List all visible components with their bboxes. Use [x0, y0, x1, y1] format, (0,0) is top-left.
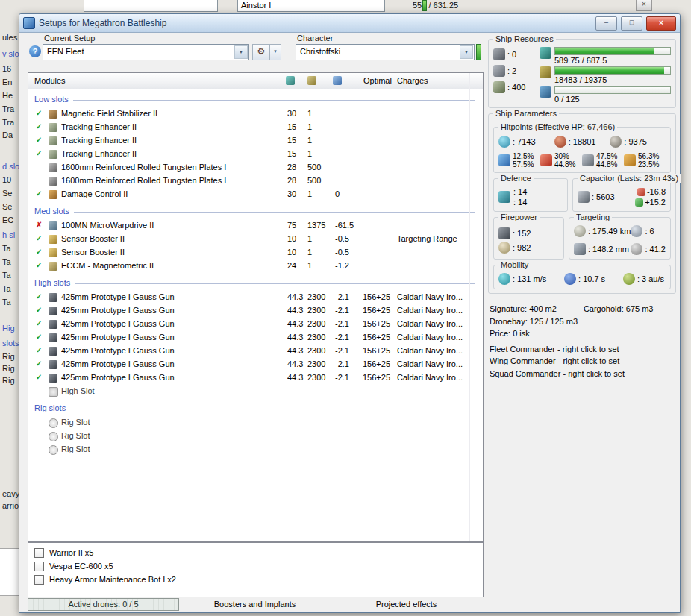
- hull-hp: : 9375: [624, 137, 647, 146]
- mobility-label: Mobility: [498, 260, 531, 269]
- rig-slot-icon: [49, 445, 58, 455]
- help-icon[interactable]: ?: [29, 45, 41, 57]
- module-row[interactable]: ✓425mm Prototype I Gauss Gun44.32300-2.1…: [28, 291, 483, 304]
- module-row[interactable]: ✓425mm Prototype I Gauss Gun44.32300-2.1…: [28, 304, 483, 318]
- module-optimal: 156+25: [363, 306, 390, 315]
- module-optimal: 156+25: [363, 333, 390, 342]
- background-fragment: Hig: [2, 324, 15, 333]
- slot-section-line: [70, 409, 475, 409]
- module-row[interactable]: ✓Tracking Enhancer II151: [28, 134, 483, 148]
- character-dropdown[interactable]: Christoffski ▼: [296, 44, 475, 60]
- fitted-ok-icon: ✓: [36, 359, 42, 368]
- module-row[interactable]: Rig Slot: [28, 430, 483, 443]
- module-name: Sensor Booster II: [61, 248, 284, 257]
- fitted-ok-icon: ✓: [36, 189, 42, 198]
- close-button[interactable]: ×: [646, 16, 676, 31]
- module-row[interactable]: Rig Slot: [28, 416, 483, 430]
- module-row[interactable]: ✓425mm Prototype I Gauss Gun44.32300-2.1…: [28, 371, 483, 385]
- tools-icon[interactable]: ⚙: [252, 44, 270, 60]
- max-targets-value: : 6: [645, 227, 654, 236]
- drone-checkbox[interactable]: [34, 562, 44, 571]
- title-bar[interactable]: Setups for Megathron Battleship – □ ×: [19, 14, 680, 33]
- module-row[interactable]: ✓Damage Control II3010: [28, 188, 483, 201]
- projected-effects-tab[interactable]: Projected effects: [331, 598, 482, 610]
- railgun-icon: [49, 320, 57, 329]
- firepower-label: Firepower: [498, 213, 540, 221]
- fleet-commander-setter[interactable]: Fleet Commander - right click to set: [490, 343, 676, 356]
- current-setup-label: Current Setup: [44, 34, 95, 43]
- background-fragment: Ta: [2, 244, 11, 253]
- explosive-resist-armor: 23.5%: [638, 160, 659, 169]
- drone-bandwidth-text: 0 / 125: [554, 95, 671, 104]
- boosters-implants-tab[interactable]: Boosters and Implants: [179, 598, 331, 610]
- module-row[interactable]: 1600mm Reinforced Rolled Tungsten Plates…: [28, 175, 483, 188]
- drone-checkbox[interactable]: [34, 575, 44, 585]
- em-resist-shield: 12.5%: [513, 152, 534, 160]
- module-name: Rig Slot: [61, 444, 284, 453]
- squad-commander-setter[interactable]: Squad Commander - right click to set: [490, 368, 676, 380]
- fitted-ok-icon: ✓: [36, 248, 42, 256]
- cargohold-text: Cargohold: 675 m3: [584, 303, 654, 315]
- powergrid-bar: [554, 66, 671, 75]
- module-row[interactable]: ✓Tracking Enhancer II151: [28, 148, 483, 161]
- current-setup-dropdown[interactable]: FEN Fleet ▼: [43, 44, 249, 60]
- background-fragment: Rig: [2, 376, 15, 385]
- module-cap-use: -2.1: [335, 333, 349, 342]
- background-resource-text: 555 / 631.25: [413, 1, 458, 10]
- current-setup-value: FEN Fleet: [47, 47, 84, 56]
- cpu-bar-fill: [555, 48, 654, 54]
- module-powergrid: 2300: [307, 346, 325, 355]
- shield-hp: : 7143: [513, 137, 536, 146]
- scan-resolution-icon: [574, 243, 586, 255]
- drone-row[interactable]: Heavy Armor Maintenance Bot I x2: [28, 573, 483, 586]
- launcher-hardpoints-icon: [493, 65, 505, 77]
- module-row[interactable]: ✓425mm Prototype I Gauss Gun44.32300-2.1…: [28, 318, 483, 331]
- minimize-button[interactable]: –: [595, 16, 617, 31]
- drone-row[interactable]: Vespa EC-600 x5: [28, 559, 483, 573]
- module-row[interactable]: 1600mm Reinforced Rolled Tungsten Plates…: [28, 161, 483, 175]
- module-row[interactable]: ✓425mm Prototype I Gauss Gun44.32300-2.1…: [28, 345, 483, 358]
- chevron-down-icon[interactable]: ▼: [234, 45, 248, 59]
- module-row[interactable]: ✓Sensor Booster II101-0.5Targeting Range: [28, 233, 483, 246]
- background-character-combobox: Ainstor I: [237, 0, 385, 12]
- module-row[interactable]: ✓425mm Prototype I Gauss Gun44.32300-2.1…: [28, 331, 483, 345]
- module-name: 1600mm Reinforced Rolled Tungsten Plates…: [61, 176, 284, 185]
- hull-icon: [610, 136, 622, 148]
- background-combobox: [84, 0, 218, 12]
- turret-hardpoints-icon: [493, 48, 505, 60]
- module-powergrid: 500: [307, 176, 321, 185]
- module-row[interactable]: Rig Slot: [28, 443, 483, 456]
- active-drones-bar[interactable]: Active drones: 0 / 5: [28, 598, 179, 611]
- defence-value-1: : 14: [513, 187, 527, 196]
- module-row[interactable]: ✓Magnetic Field Stabilizer II301: [28, 107, 483, 121]
- module-row[interactable]: ✓Tracking Enhancer II151: [28, 121, 483, 134]
- module-row[interactable]: ✗100MN MicroWarpdrive II751375-61.5: [28, 219, 483, 233]
- setup-tools-button[interactable]: ⚙ ▼: [252, 44, 281, 59]
- module-cpu: 15: [287, 136, 296, 145]
- module-name: 425mm Prototype I Gauss Gun: [61, 306, 284, 315]
- drone-list: Warrior II x5Vespa EC-600 x5Heavy Armor …: [28, 546, 483, 586]
- wing-commander-setter[interactable]: Wing Commander - right click to set: [490, 355, 676, 368]
- module-row[interactable]: ✓ECCM - Magnetometric II241-1.2: [28, 260, 483, 273]
- ship-parameters-group: Ship Parameters Hitpoints (Effective HP:…: [488, 113, 676, 294]
- drone-row[interactable]: Warrior II x5: [28, 546, 483, 559]
- charges-column-header: Charges: [397, 76, 428, 85]
- background-fragment: Ta: [2, 284, 11, 293]
- chevron-down-icon[interactable]: ▼: [270, 44, 281, 60]
- module-row[interactable]: ✓Sensor Booster II101-0.5: [28, 246, 483, 260]
- volley-value: : 152: [513, 229, 531, 238]
- fitted-ok-icon: ✓: [36, 122, 42, 131]
- max-velocity-icon: [498, 273, 510, 285]
- module-powergrid: 1: [307, 248, 312, 257]
- module-row[interactable]: ✓425mm Prototype I Gauss Gun44.32300-2.1…: [28, 358, 483, 371]
- drone-checkbox[interactable]: [34, 548, 44, 558]
- module-row[interactable]: High Slot: [28, 385, 483, 398]
- background-character-name: Ainstor I: [238, 0, 384, 10]
- drone-bandwidth-icon: [540, 86, 551, 98]
- module-name: 100MN MicroWarpdrive II: [61, 221, 284, 230]
- railgun-icon: [49, 347, 57, 356]
- kinetic-resist-shield: 47.5%: [596, 152, 617, 160]
- chevron-down-icon[interactable]: ▼: [460, 45, 473, 59]
- maximize-button[interactable]: □: [621, 16, 642, 31]
- max-velocity-value: : 131 m/s: [513, 274, 546, 283]
